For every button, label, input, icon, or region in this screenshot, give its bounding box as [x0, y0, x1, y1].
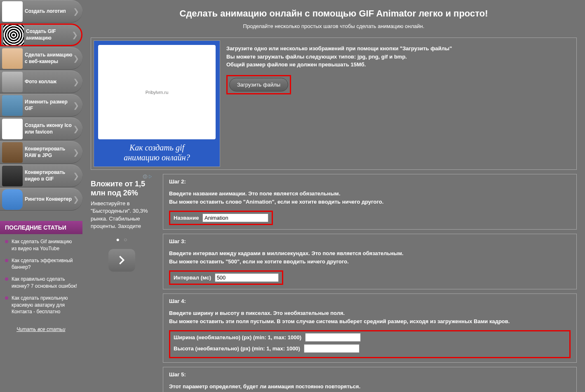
nav-item-5[interactable]: Создать иконку Ico или favicon❯: [0, 117, 82, 140]
promo-banner[interactable]: Pribylvrn.ru Как создать gifанимацию онл…: [94, 40, 220, 167]
chevron-right-icon: ❯: [73, 171, 79, 181]
nav-item-2[interactable]: Сделать анимацию с веб-камеры❯: [0, 47, 82, 70]
promo-caption: Как создать gifанимацию онлайн?: [124, 143, 190, 162]
article-link-3[interactable]: Как сделать прикольную красивую аватарку…: [5, 295, 78, 315]
nav-item-0[interactable]: Создать логотип❯: [0, 0, 82, 23]
article-link-1[interactable]: Как сделать эффективный баннер?: [5, 257, 78, 271]
upload-text-3: Общий размер файлов не должен превышать …: [226, 61, 574, 69]
swirl-icon: [3, 25, 24, 45]
step-2-block: Шаг 2: Введите название анимации. Это по…: [163, 174, 577, 230]
columns-icon: [2, 72, 23, 92]
face-icon: [2, 48, 23, 69]
step-4-title: Шаг 4:: [169, 298, 571, 304]
logo-icon: [2, 1, 23, 22]
main-content: Сделать анимацию онлайн с помощью GIF An…: [82, 0, 585, 392]
page-subtitle: Проделайте несколько простых шагов чтобы…: [91, 23, 577, 29]
width-input[interactable]: [305, 333, 361, 342]
name-label: Название: [174, 215, 199, 221]
upload-area: Загрузите одно или несколько изображений…: [226, 40, 574, 167]
step-3-block: Шаг 3: Введите интервал между кадрами в …: [163, 234, 577, 289]
upload-text-1: Загрузите одно или несколько изображений…: [226, 45, 574, 53]
nav-item-1[interactable]: Создать GIF анимацию❯: [0, 23, 82, 46]
carousel-next-button[interactable]: [108, 249, 135, 272]
promo-image: Pribylvrn.ru: [98, 45, 216, 139]
article-list: Как сделать Gif анимацию из видео на You…: [0, 234, 82, 324]
width-label: Ширина (необязательно) (px) (min: 1, max…: [174, 334, 301, 340]
step-5-title: Шаг 5:: [169, 371, 571, 378]
ico-icon: [2, 119, 23, 139]
ad-column: ⓘ ▷ Вложите от 1,5 млн под 26% Инвестиру…: [91, 174, 153, 392]
chevron-right-icon: ❯: [72, 31, 78, 40]
nav-item-8[interactable]: Рингтон Конвертер❯: [0, 188, 82, 211]
upload-text-2: Вы можете загружать файлы следующих типо…: [226, 53, 574, 61]
raw-icon: [2, 142, 23, 163]
chevron-right-icon: ❯: [73, 195, 79, 204]
bullet-icon: [5, 240, 8, 243]
nav-item-7[interactable]: Конвертировать видео в GIF❯: [0, 164, 82, 187]
carousel-dots[interactable]: ●○: [91, 236, 153, 243]
chevron-right-icon: [116, 254, 127, 266]
read-all-link[interactable]: Читать все статьи: [0, 324, 82, 338]
sidebar-section-header: ПОСЛЕДНИЕ СТАТЬИ: [0, 221, 82, 234]
resize-icon: [2, 95, 23, 116]
interval-label: Интервал (мс): [174, 275, 211, 281]
interval-input[interactable]: [215, 273, 279, 282]
chevron-right-icon: ❯: [73, 148, 79, 157]
bullet-icon: [5, 259, 8, 262]
name-input[interactable]: [202, 214, 268, 222]
text-ad[interactable]: Вложите от 1,5 млн под 26% Инвестируйте …: [91, 180, 153, 230]
nav-item-4[interactable]: Изменить размер GIF❯: [0, 94, 82, 117]
article-link-0[interactable]: Как сделать Gif анимацию из видео на You…: [5, 238, 78, 252]
upload-button[interactable]: Загрузить файлы: [229, 78, 288, 92]
bullet-icon: [5, 277, 8, 281]
chevron-right-icon: ❯: [73, 124, 79, 134]
chevron-right-icon: ❯: [73, 77, 79, 87]
bullet-icon: [5, 296, 8, 300]
height-input[interactable]: [304, 344, 359, 353]
step-3-title: Шаг 3:: [169, 238, 571, 244]
step-5-block: Шаг 5: Этот параметр определяет, будет л…: [163, 367, 577, 392]
adchoices-label[interactable]: ⓘ ▷: [91, 174, 153, 180]
step-2-title: Шаг 2:: [169, 178, 571, 185]
chevron-right-icon: ❯: [73, 54, 79, 63]
ringtone-icon: [2, 189, 23, 210]
chevron-right-icon: ❯: [73, 7, 79, 16]
nav-item-6[interactable]: Конвертировать RAW в JPG❯: [0, 141, 82, 164]
chevron-right-icon: ❯: [73, 101, 79, 110]
article-link-2[interactable]: Как правильно сделать иконку? 7 основных…: [5, 276, 78, 290]
video-icon: [2, 166, 23, 186]
sidebar: Создать логотип❯Создать GIF анимацию❯Сде…: [0, 0, 82, 392]
step-4-block: Шаг 4: Введите ширину и высоту в пиксела…: [163, 293, 577, 363]
nav-item-3[interactable]: Фото коллаж❯: [0, 70, 82, 93]
height-label: Высота (необязательно) (px) (min: 1, max…: [174, 345, 300, 352]
page-title: Сделать анимацию онлайн с помощью GIF An…: [91, 8, 577, 19]
